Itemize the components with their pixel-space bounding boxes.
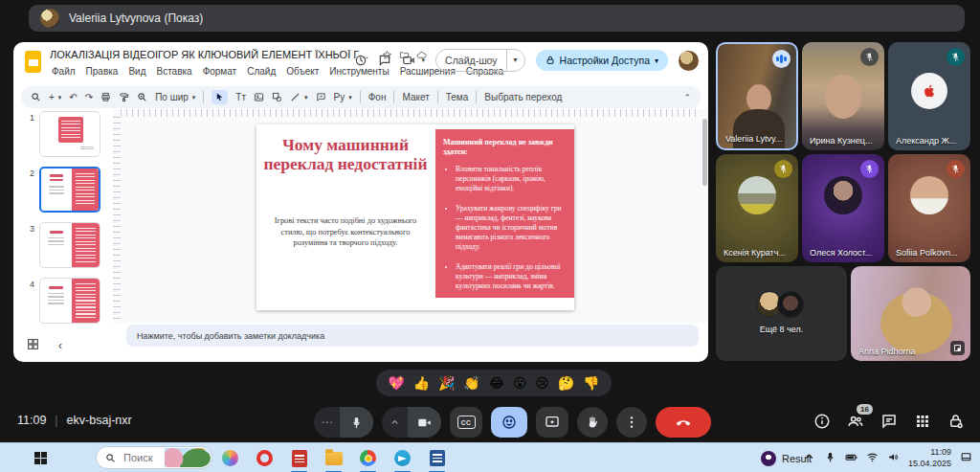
- taskbar-explorer-icon[interactable]: [323, 443, 344, 472]
- search-seasonal-image[interactable]: [165, 448, 211, 467]
- line-tool-icon[interactable]: [290, 92, 301, 102]
- tile-anna[interactable]: Anna Pidhorna: [851, 266, 970, 361]
- comments-icon[interactable]: [378, 54, 391, 67]
- slideshow-button[interactable]: Слайд-шоу ▾: [435, 49, 524, 72]
- tile-iryna[interactable]: Ирина Кузнец...: [802, 42, 884, 150]
- menu-slide[interactable]: Слайд: [247, 66, 276, 77]
- zoom-icon[interactable]: [137, 92, 147, 102]
- tray-wifi-icon[interactable]: [866, 450, 879, 467]
- reaction-heart[interactable]: 💖: [388, 375, 404, 391]
- tray-volume-icon[interactable]: [887, 450, 900, 467]
- shapes-tool-icon[interactable]: [272, 92, 282, 102]
- tile-name: Александр Ж...: [896, 136, 956, 146]
- meeting-info-icon[interactable]: [813, 413, 831, 430]
- camera-caret-icon[interactable]: ▾: [422, 56, 426, 64]
- collapse-filmstrip-icon[interactable]: ‹: [58, 339, 62, 352]
- windows-start-icon[interactable]: [34, 452, 47, 464]
- print-icon[interactable]: [100, 92, 111, 102]
- taskbar-search[interactable]: [96, 446, 212, 469]
- reaction-party[interactable]: 🎉: [438, 375, 455, 391]
- reactions-button-active[interactable]: [491, 407, 527, 438]
- reaction-thumbs-down[interactable]: 👎: [583, 375, 599, 391]
- slide-thumbnail-3[interactable]: [39, 222, 100, 268]
- pen-tool-icon[interactable]: Ру: [334, 92, 345, 102]
- tile-olesia[interactable]: Олеся Холост...: [802, 154, 884, 262]
- share-button[interactable]: Настройки Доступа ▾: [536, 50, 668, 71]
- zoom-select[interactable]: По шир: [155, 92, 189, 102]
- grid-view-icon[interactable]: [27, 337, 39, 354]
- taskbar-telegram-icon[interactable]: [392, 443, 412, 472]
- menu-format[interactable]: Формат: [203, 66, 237, 77]
- mic-button[interactable]: ⋯: [314, 407, 373, 438]
- redo-icon[interactable]: ↷: [85, 92, 93, 102]
- vertical-ruler: [113, 117, 121, 324]
- activities-icon[interactable]: [914, 413, 931, 430]
- tile-aleksandr[interactable]: Александр Ж...: [888, 42, 970, 150]
- background-button[interactable]: Фон: [368, 92, 387, 102]
- slide-red-panel[interactable]: Машинний переклад не завжди здатен: Влов…: [435, 129, 574, 298]
- history-icon[interactable]: [354, 54, 368, 67]
- slide-thumbnail-1[interactable]: [39, 111, 100, 157]
- camera-button[interactable]: [382, 407, 441, 438]
- menu-insert[interactable]: Вставка: [156, 66, 191, 77]
- canvas-scrollbar[interactable]: [702, 119, 707, 186]
- tray-battery-icon[interactable]: [845, 450, 858, 467]
- notification-center-icon[interactable]: [960, 450, 972, 467]
- taskbar-chrome-icon[interactable]: [358, 443, 378, 472]
- toolbar-collapse-icon[interactable]: ⌃: [683, 93, 691, 102]
- taskbar-opera-icon[interactable]: [255, 443, 275, 472]
- host-controls-icon[interactable]: [947, 413, 965, 430]
- present-button[interactable]: [536, 407, 568, 438]
- meet-camera-icon[interactable]: [402, 54, 415, 67]
- theme-button[interactable]: Тема: [446, 92, 469, 102]
- participants-icon[interactable]: 16: [847, 413, 864, 430]
- current-slide[interactable]: Чому машинний переклад недостатній Ігров…: [256, 124, 574, 310]
- reaction-surprise[interactable]: 😮: [513, 375, 527, 391]
- picture-in-picture-icon[interactable]: [950, 341, 965, 355]
- chat-icon[interactable]: [880, 413, 898, 430]
- end-call-button[interactable]: [656, 407, 711, 438]
- speaker-notes[interactable]: Нажмите, чтобы добавить заметки докладчи…: [126, 325, 699, 347]
- select-tool-icon[interactable]: [212, 90, 228, 104]
- insert-comment-icon[interactable]: [316, 92, 326, 102]
- paint-format-icon[interactable]: [119, 92, 129, 102]
- reaction-thumbs-up[interactable]: 👍: [413, 375, 430, 391]
- insert-image-icon[interactable]: [254, 92, 264, 102]
- tile-sofiia[interactable]: Sofiia Polkovn...: [888, 154, 970, 262]
- menu-edit[interactable]: Правка: [86, 66, 119, 77]
- tile-more-participants[interactable]: Ещё 8 чел.: [716, 266, 847, 361]
- raise-hand-button[interactable]: [577, 407, 608, 438]
- undo-icon[interactable]: ↶: [69, 92, 77, 102]
- reaction-cry[interactable]: 😢: [535, 375, 549, 391]
- mic-options-icon[interactable]: ⋯: [314, 407, 340, 438]
- slideshow-caret-icon[interactable]: ▾: [506, 50, 524, 71]
- menu-view[interactable]: Вид: [128, 66, 145, 77]
- tray-expand-icon[interactable]: [803, 450, 815, 467]
- taskbar-word-icon[interactable]: [427, 443, 447, 472]
- taskbar-copilot-icon[interactable]: [220, 443, 240, 472]
- textbox-tool-icon[interactable]: Тт: [235, 92, 246, 102]
- tile-valeriia[interactable]: Valeriia Lytvy...: [716, 42, 798, 150]
- more-options-button[interactable]: [616, 407, 647, 438]
- reaction-clap[interactable]: 👏: [463, 375, 479, 391]
- search-menus-icon[interactable]: [31, 92, 41, 102]
- slide-body-text[interactable]: Ігрові тексти часто подібні до художньог…: [256, 215, 434, 249]
- reaction-laugh[interactable]: 😂: [489, 375, 504, 391]
- slide-thumbnail-4[interactable]: [39, 278, 100, 324]
- taskbar-pdf-icon[interactable]: [289, 443, 309, 472]
- reaction-think[interactable]: 🤔: [558, 375, 574, 391]
- tray-mic-icon[interactable]: [824, 450, 836, 467]
- account-avatar[interactable]: [679, 51, 699, 71]
- captions-button[interactable]: CC: [450, 407, 482, 438]
- slide-thumbnail-2-selected[interactable]: [39, 167, 100, 213]
- tile-kseniia[interactable]: Ксенія Куратч...: [716, 154, 798, 262]
- taskbar-clock[interactable]: 11:09 15.04.2025: [908, 447, 951, 469]
- add-icon[interactable]: +: [49, 92, 55, 102]
- transition-button[interactable]: Выбрать переход: [484, 92, 562, 102]
- doc-title[interactable]: ЛОКАЛІЗАЦІЯ ВІДЕОІГОР ЯК КЛЮЧОВИЙ ЕЛЕМЕН…: [50, 49, 375, 60]
- menu-object[interactable]: Объект: [286, 66, 319, 77]
- slide-title[interactable]: Чому машинний переклад недостатній: [256, 136, 434, 173]
- layout-button[interactable]: Макет: [402, 92, 429, 102]
- menu-file[interactable]: Файл: [52, 66, 76, 77]
- camera-options-icon[interactable]: [382, 407, 408, 438]
